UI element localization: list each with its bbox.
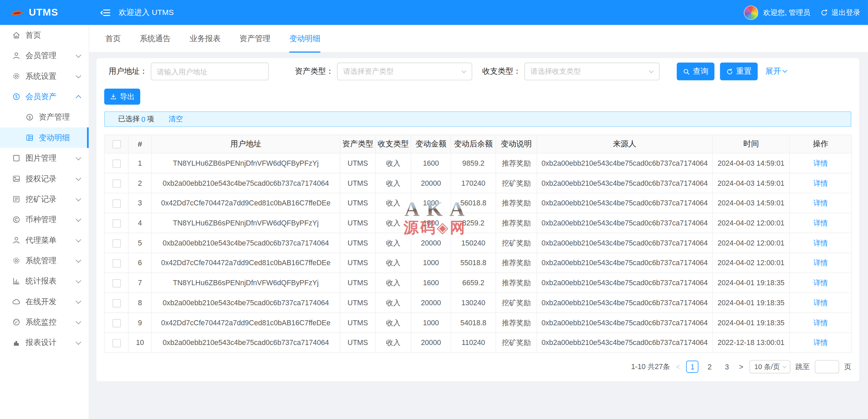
col-time: 时间: [712, 135, 790, 153]
jump-page-input[interactable]: [815, 360, 839, 373]
export-button[interactable]: 导出: [104, 89, 140, 105]
sidebar-item-10[interactable]: 代理菜单: [0, 230, 89, 250]
search-button[interactable]: 查询: [677, 62, 714, 80]
avatar[interactable]: [744, 5, 758, 19]
sidebar-item-7[interactable]: 授权记录: [0, 168, 89, 189]
menu-fold-icon[interactable]: [100, 8, 111, 17]
sidebar-item-11[interactable]: 系统管理: [0, 250, 89, 271]
sidebar-item-8[interactable]: 挖矿记录: [0, 189, 89, 209]
detail-link[interactable]: 详情: [790, 253, 852, 273]
chevron-icon: [76, 339, 81, 344]
row-checkbox[interactable]: [112, 339, 120, 347]
page-size-select[interactable]: 10 条/页: [749, 360, 791, 373]
sidebar-item-9[interactable]: 币种管理: [0, 210, 89, 230]
table-body: 1 TN8YLHu6ZB6sPENnjDfnVFW6dQFByPFzYj UTM…: [105, 153, 852, 352]
tab-2[interactable]: 业务报表: [190, 25, 220, 52]
sidebar-item-5[interactable]: 变动明细: [0, 127, 89, 148]
row-checkbox[interactable]: [112, 319, 120, 327]
col-amount: 变动金额: [411, 135, 451, 153]
table-row: 3 0x42Dd7cCfe704472a7dd9Ced81c0bAB16C7ff…: [105, 193, 852, 213]
sidebar-item-label: 统计报表: [25, 276, 56, 286]
sidebar-item-label: 挖矿记录: [25, 194, 56, 204]
row-checkbox[interactable]: [112, 199, 120, 207]
selection-suffix: 项: [147, 114, 154, 124]
detail-link[interactable]: 详情: [790, 153, 852, 173]
flow-type-label: 收支类型：: [482, 67, 521, 76]
clear-selection-link[interactable]: 清空: [169, 114, 183, 124]
detail-link[interactable]: 详情: [790, 293, 852, 313]
tab-1[interactable]: 系统通告: [140, 25, 171, 52]
chevron-down-icon: [649, 69, 654, 73]
chevron-icon: [76, 175, 81, 181]
select-all-checkbox[interactable]: [112, 140, 120, 148]
user-address-cell: TN8YLHu6ZB6sPENnjDfnVFW6dQFByPFzYj: [152, 273, 340, 293]
detail-link[interactable]: 详情: [790, 333, 852, 353]
logout-label: 退出登录: [831, 7, 860, 17]
sidebar-item-15[interactable]: 报表设计: [0, 332, 89, 353]
row-checkbox[interactable]: [112, 159, 120, 167]
pagination: 1-10 共27条 < 123 > 10 条/页 跳至 页: [104, 360, 851, 373]
dollar-icon: [25, 113, 34, 121]
row-checkbox[interactable]: [112, 299, 120, 307]
records-table: # 用户地址 资产类型 收支类型 变动金额 变动后余额 变动说明 来源人 时间 …: [104, 134, 852, 353]
asset-type-select[interactable]: 请选择资产类型: [337, 62, 472, 80]
sidebar-item-0[interactable]: 首页: [0, 25, 89, 45]
chevron-icon: [76, 73, 81, 78]
sidebar-item-14[interactable]: 系统监控: [0, 312, 89, 332]
sidebar-item-3[interactable]: 会员资产: [0, 87, 89, 107]
source-address-cell: 0xb2a00ebb210e543c4be75cad0c6b737ca71740…: [537, 253, 712, 273]
filter-row: 用户地址： 资产类型： 请选择资产类型 收支类型： 请选择收支类型 查询: [104, 62, 851, 80]
source-address-cell: 0xb2a00ebb210e543c4be75cad0c6b737ca71740…: [537, 153, 712, 173]
gear-icon: [12, 256, 20, 265]
sidebar-item-label: 报表设计: [25, 338, 56, 347]
sidebar-item-2[interactable]: 系统设置: [0, 66, 89, 86]
tab-3[interactable]: 资产管理: [240, 25, 270, 52]
source-address-cell: 0xb2a00ebb210e543c4be75cad0c6b737ca71740…: [537, 173, 712, 193]
chevron-icon: [76, 237, 81, 242]
detail-link[interactable]: 详情: [790, 273, 852, 293]
detail-link[interactable]: 详情: [790, 173, 852, 193]
content-card: 用户地址： 资产类型： 请选择资产类型 收支类型： 请选择收支类型 查询: [96, 58, 859, 381]
page-number[interactable]: 2: [704, 361, 716, 373]
detail-link[interactable]: 详情: [790, 313, 852, 333]
col-index: #: [128, 135, 152, 153]
copyright-icon: [12, 216, 20, 224]
reset-button[interactable]: 重置: [720, 62, 758, 80]
tab-4[interactable]: 变动明细: [289, 25, 320, 52]
prev-page-arrow[interactable]: <: [675, 363, 681, 371]
user-address-cell: 0x42Dd7cCfe704472a7dd9Ced81c0bAB16C7ffeD…: [152, 193, 340, 213]
sidebar-item-13[interactable]: 在线开发: [0, 291, 89, 312]
page-numbers: 123: [686, 361, 733, 373]
expand-link[interactable]: 展开: [765, 67, 786, 76]
brand[interactable]: UTMS: [0, 7, 89, 18]
col-address: 用户地址: [152, 135, 340, 153]
sidebar-item-1[interactable]: 会员管理: [0, 45, 89, 66]
chevron-icon: [76, 196, 81, 201]
page-number[interactable]: 1: [686, 361, 698, 373]
tab-0[interactable]: 首页: [105, 25, 121, 52]
row-checkbox[interactable]: [112, 219, 120, 227]
flow-type-select[interactable]: 请选择收支类型: [524, 62, 659, 80]
sidebar-item-label: 会员资产: [25, 92, 56, 102]
table-row: 2 0xb2a00ebb210e543c4be75cad0c6b737ca717…: [105, 173, 852, 193]
sidebar-item-4[interactable]: 资产管理: [0, 107, 89, 127]
row-checkbox[interactable]: [112, 239, 120, 247]
user-address-cell: TN8YLHu6ZB6sPENnjDfnVFW6dQFByPFzYj: [152, 153, 340, 173]
detail-link[interactable]: 详情: [790, 193, 852, 213]
page-number[interactable]: 3: [721, 361, 733, 373]
chart2-icon: [12, 339, 20, 347]
chevron-icon: [76, 318, 81, 324]
address-input[interactable]: [151, 62, 269, 80]
col-action: 操作: [790, 135, 852, 153]
row-checkbox[interactable]: [112, 279, 120, 287]
logout-button[interactable]: 退出登录: [820, 7, 860, 17]
sidebar-item-12[interactable]: 统计报表: [0, 271, 89, 291]
row-checkbox[interactable]: [112, 179, 120, 187]
next-page-arrow[interactable]: >: [738, 363, 744, 371]
detail-link[interactable]: 详情: [790, 233, 852, 253]
detail-link[interactable]: 详情: [790, 213, 852, 233]
sidebar-item-6[interactable]: 图片管理: [0, 148, 89, 168]
row-checkbox[interactable]: [112, 259, 120, 267]
logo-icon: [10, 8, 24, 17]
user-greeting: 欢迎您, 管理员: [763, 7, 810, 17]
